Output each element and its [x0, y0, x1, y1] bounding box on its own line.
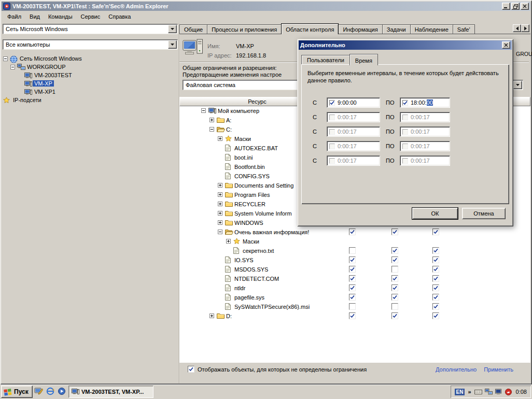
tree-expander-icon[interactable] [218, 183, 222, 188]
from-time-field[interactable]: 0:00:17 [327, 141, 380, 151]
permission-checkbox[interactable] [391, 266, 398, 273]
permission-checkbox[interactable] [349, 229, 356, 235]
display-tray-icon[interactable] [495, 389, 502, 395]
permission-checkbox[interactable] [349, 303, 356, 310]
from-time-field[interactable]: 0:00:17 [327, 155, 380, 166]
table-row[interactable]: ntldr [179, 283, 530, 293]
title-bar[interactable]: VM-2003TEST, VM-XP1\Test : Safe'n'Sec® A… [2, 2, 530, 11]
dialog-close-button[interactable] [502, 41, 510, 49]
time-enable-checkbox[interactable] [329, 100, 335, 106]
to-time-field[interactable]: 0:00:17 [400, 112, 450, 122]
tree-expander-icon[interactable] [218, 192, 222, 197]
time-enable-checkbox[interactable] [329, 144, 335, 149]
to-time-field[interactable]: 0:00:17 [400, 155, 450, 166]
table-row[interactable]: SySWatchTPSecure(x86).msi [179, 302, 530, 311]
tree-expander-icon[interactable] [3, 56, 8, 61]
permission-checkbox[interactable] [432, 266, 439, 273]
tree-item-vm-xp1[interactable]: VM-XP1 [1, 88, 177, 96]
from-time-field[interactable]: 0:00:17 [327, 126, 380, 137]
table-row[interactable]: MSDOS.SYS [179, 265, 530, 274]
safensec-tray-icon[interactable] [505, 389, 512, 395]
tab-monitoring[interactable]: Наблюдение [410, 24, 453, 34]
tree-expander-icon[interactable] [218, 202, 222, 206]
network-tray-icon[interactable] [485, 389, 493, 395]
permission-checkbox[interactable] [432, 312, 439, 319]
table-row[interactable]: Очень важная информация! [179, 227, 530, 237]
computers-filter-combo[interactable]: Все компьютеры [3, 39, 178, 50]
time-enable-checkbox[interactable] [402, 144, 408, 149]
tree-expander-icon[interactable] [209, 314, 214, 318]
tree-item-vm-2003test[interactable]: VM-2003TEST [1, 72, 177, 80]
permission-checkbox[interactable] [349, 275, 356, 282]
table-row[interactable]: NTDETECT.COM [179, 274, 530, 283]
tree-expander-icon[interactable] [218, 230, 222, 234]
permission-checkbox[interactable] [391, 247, 398, 254]
time-enable-checkbox[interactable] [329, 115, 335, 120]
tree-item-network-root[interactable]: Сеть Microsoft Windows [1, 55, 177, 63]
permission-checkbox[interactable] [349, 284, 356, 291]
dialog-tab-time[interactable]: Время [349, 54, 378, 65]
table-row[interactable]: IO.SYS [179, 255, 530, 265]
taskbar-task-button[interactable]: VM-2003TEST, VM-XP... [68, 386, 153, 398]
menu-view[interactable]: Вид [25, 12, 44, 21]
tab-processes[interactable]: Процессы и приложения [207, 24, 282, 34]
dialog-title-bar[interactable]: Дополнительно [299, 40, 512, 50]
tab-information[interactable]: Информация [338, 24, 382, 34]
permission-checkbox[interactable] [349, 247, 356, 254]
tab-general[interactable]: Общие [179, 24, 207, 34]
tree-expander-icon[interactable] [201, 108, 206, 113]
to-time-field[interactable]: 0:00:17 [400, 126, 450, 137]
tree-expander-icon[interactable] [218, 136, 222, 141]
permission-checkbox[interactable] [349, 312, 356, 319]
time-enable-checkbox[interactable] [329, 129, 335, 135]
restore-button[interactable] [511, 3, 520, 10]
apply-link[interactable]: Применить [484, 366, 513, 373]
network-combo-dropdown-button[interactable] [168, 25, 177, 33]
control-area-combo-dropdown-button[interactable] [513, 81, 522, 89]
start-button[interactable]: Пуск [1, 386, 33, 398]
menu-help[interactable]: Справка [104, 12, 135, 21]
table-row[interactable]: D: [179, 311, 530, 321]
permission-checkbox[interactable] [432, 303, 439, 310]
language-indicator[interactable]: EN [455, 389, 465, 395]
permission-checkbox[interactable] [349, 256, 356, 263]
time-enable-checkbox[interactable] [402, 100, 408, 106]
tree-expander-icon[interactable] [218, 211, 222, 216]
table-row[interactable]: секретно.txt [179, 246, 530, 255]
minimize-button[interactable] [502, 3, 510, 10]
from-time-field[interactable]: 0:00:17 [327, 112, 380, 122]
tree-expander-icon[interactable] [209, 118, 214, 122]
dialog-tab-users[interactable]: Пользователи [301, 55, 350, 64]
from-time-field[interactable]: 9:00:00 [327, 97, 380, 108]
to-time-field[interactable]: 0:00:17 [400, 141, 450, 151]
time-enable-checkbox[interactable] [402, 158, 408, 164]
permission-checkbox[interactable] [432, 229, 439, 235]
permission-checkbox[interactable] [432, 256, 439, 263]
cancel-button[interactable]: Отмена [462, 208, 506, 219]
tree-expander-icon[interactable] [209, 127, 214, 132]
permission-checkbox[interactable] [349, 294, 356, 301]
taskbar-clock[interactable]: 0:08 [516, 389, 527, 395]
tab-safensec[interactable]: Safe' [453, 24, 475, 34]
tree-item-workgroup[interactable]: WORKGROUP [1, 63, 177, 72]
table-row[interactable]: Маски [179, 237, 530, 246]
tray-chevron[interactable]: » [468, 389, 471, 395]
time-enable-checkbox[interactable] [402, 129, 408, 135]
show-undefined-objects-checkbox[interactable] [188, 366, 194, 373]
permission-checkbox[interactable] [432, 284, 439, 291]
internet-explorer-icon[interactable] [46, 387, 54, 395]
permission-checkbox[interactable] [432, 275, 439, 282]
permission-checkbox[interactable] [391, 275, 398, 282]
permission-checkbox[interactable] [391, 312, 398, 319]
close-button[interactable] [521, 3, 529, 10]
show-desktop-icon[interactable] [34, 387, 43, 395]
tree-item-ip-subnets[interactable]: IP-подсети [1, 96, 177, 105]
menu-commands[interactable]: Команды [44, 12, 77, 21]
permission-checkbox[interactable] [432, 247, 439, 254]
time-enable-checkbox[interactable] [402, 115, 408, 120]
permission-checkbox[interactable] [391, 284, 398, 291]
permission-checkbox[interactable] [391, 294, 398, 301]
permission-checkbox[interactable] [432, 294, 439, 301]
permission-checkbox[interactable] [391, 256, 398, 263]
tab-control-areas[interactable]: Области контроля [281, 23, 339, 34]
